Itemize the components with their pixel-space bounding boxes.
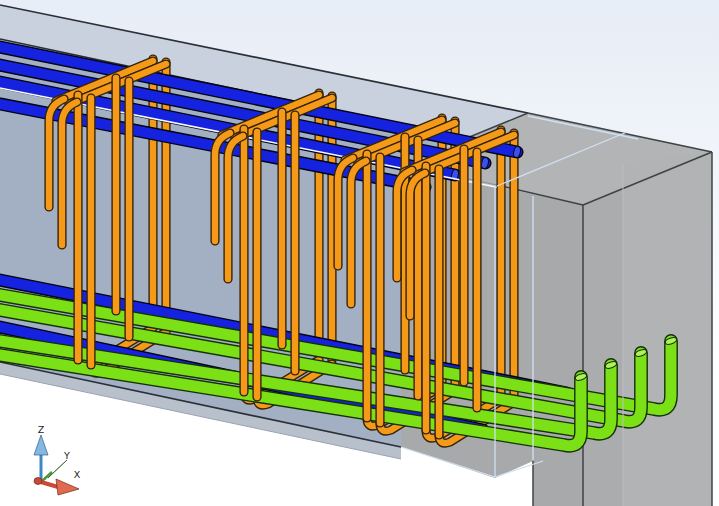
axis-x-label: X xyxy=(74,469,81,480)
model-view-canvas[interactable]: ZYX xyxy=(0,0,719,506)
axis-origin-ball xyxy=(34,478,42,485)
axis-z-label: Z xyxy=(38,424,45,435)
axis-y-label: Y xyxy=(63,450,70,461)
cad-viewport[interactable]: ZYX xyxy=(0,0,719,506)
